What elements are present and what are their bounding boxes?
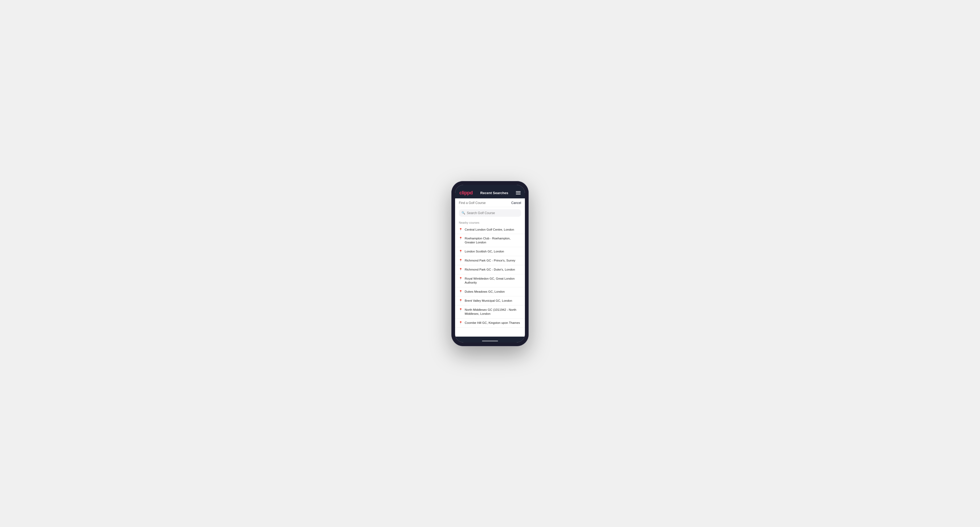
find-header: Find a Golf Course Cancel (455, 198, 525, 207)
find-header-title: Find a Golf Course (459, 201, 486, 205)
pin-icon: 📍 (459, 290, 463, 294)
course-name: Richmond Park GC - Duke's, London (465, 268, 515, 271)
home-indicator (455, 337, 525, 343)
nearby-section-label: Nearby courses (455, 219, 525, 225)
search-input[interactable] (467, 211, 519, 215)
phone-wrapper: clippd Recent Searches Find a Golf Cours… (451, 181, 529, 346)
course-name: London Scottish GC, London (465, 249, 504, 254)
list-item[interactable]: 📍 North Middlesex GC (1011942 - North Mi… (455, 305, 525, 319)
list-item[interactable]: 📍 Brent Valley Municipal GC, London (455, 296, 525, 305)
list-item[interactable]: 📍 Richmond Park GC - Duke's, London (455, 265, 525, 274)
pin-icon: 📍 (459, 308, 463, 311)
nav-bar: clippd Recent Searches (455, 188, 525, 198)
status-bar (455, 185, 525, 188)
pin-icon: 📍 (459, 277, 463, 280)
home-bar (482, 341, 498, 341)
list-item[interactable]: 📍 Roehampton Club - Roehampton, Greater … (455, 234, 525, 247)
pin-icon: 📍 (459, 228, 463, 232)
pin-icon: 📍 (459, 259, 463, 262)
pin-icon: 📍 (459, 299, 463, 303)
course-name: Dukes Meadows GC, London (465, 290, 505, 294)
list-item[interactable]: 📍 Dukes Meadows GC, London (455, 287, 525, 296)
search-input-wrapper: 🔍 (459, 209, 521, 217)
list-item[interactable]: 📍 Richmond Park GC - Prince's, Surrey (455, 256, 525, 265)
list-item[interactable]: 📍 Central London Golf Centre, London (455, 225, 525, 234)
pin-icon: 📍 (459, 321, 463, 325)
pin-icon: 📍 (459, 237, 463, 240)
search-icon: 🔍 (461, 211, 465, 214)
list-item[interactable]: 📍 Coombe Hill GC, Kingston upon Thames (455, 319, 525, 327)
course-name: Richmond Park GC - Prince's, Surrey (465, 259, 515, 263)
menu-icon[interactable] (516, 191, 521, 194)
phone-screen: clippd Recent Searches Find a Golf Cours… (455, 185, 525, 343)
course-name: Central London Golf Centre, London (465, 228, 514, 232)
cancel-button[interactable]: Cancel (511, 201, 521, 205)
pin-icon: 📍 (459, 250, 463, 253)
app-logo: clippd (459, 190, 473, 196)
search-container: 🔍 (455, 207, 525, 219)
pin-icon: 📍 (459, 268, 463, 271)
course-name: Roehampton Club - Roehampton, Greater Lo… (465, 237, 521, 244)
main-content: Find a Golf Course Cancel 🔍 Nearby cours… (455, 198, 525, 337)
course-list: 📍 Central London Golf Centre, London 📍 R… (455, 225, 525, 327)
list-item[interactable]: 📍 Royal Wimbledon GC, Great London Autho… (455, 274, 525, 287)
course-name: Brent Valley Municipal GC, London (465, 299, 512, 303)
list-item[interactable]: 📍 London Scottish GC, London (455, 247, 525, 256)
course-name: North Middlesex GC (1011942 - North Midd… (465, 308, 521, 316)
course-name: Coombe Hill GC, Kingston upon Thames (465, 321, 520, 325)
course-name: Royal Wimbledon GC, Great London Authori… (465, 277, 521, 285)
nav-title: Recent Searches (480, 191, 508, 195)
